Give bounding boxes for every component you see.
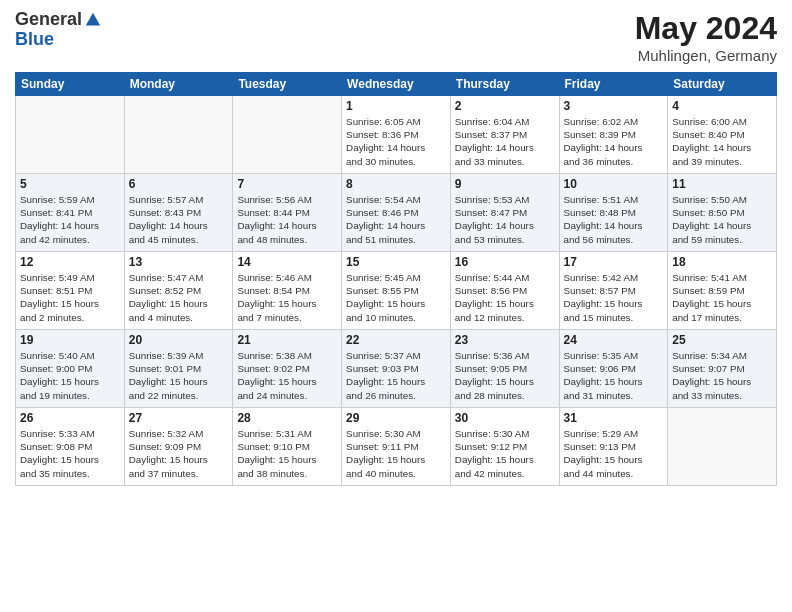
calendar-cell [16,96,125,174]
day-info: Sunrise: 5:30 AM Sunset: 9:11 PM Dayligh… [346,427,446,480]
page-container: General Blue May 2024 Muhlingen, Germany… [0,0,792,612]
location: Muhlingen, Germany [635,47,777,64]
calendar-cell: 11Sunrise: 5:50 AM Sunset: 8:50 PM Dayli… [668,174,777,252]
day-number: 12 [20,255,120,269]
calendar-cell: 20Sunrise: 5:39 AM Sunset: 9:01 PM Dayli… [124,330,233,408]
calendar-day-header: Saturday [668,73,777,96]
title-area: May 2024 Muhlingen, Germany [635,10,777,64]
day-number: 27 [129,411,229,425]
day-number: 7 [237,177,337,191]
logo-blue-text: Blue [15,29,54,49]
day-number: 8 [346,177,446,191]
day-info: Sunrise: 5:29 AM Sunset: 9:13 PM Dayligh… [564,427,664,480]
calendar-cell: 24Sunrise: 5:35 AM Sunset: 9:06 PM Dayli… [559,330,668,408]
day-info: Sunrise: 5:45 AM Sunset: 8:55 PM Dayligh… [346,271,446,324]
day-info: Sunrise: 5:56 AM Sunset: 8:44 PM Dayligh… [237,193,337,246]
day-info: Sunrise: 5:49 AM Sunset: 8:51 PM Dayligh… [20,271,120,324]
day-number: 25 [672,333,772,347]
calendar-cell: 3Sunrise: 6:02 AM Sunset: 8:39 PM Daylig… [559,96,668,174]
calendar-cell: 6Sunrise: 5:57 AM Sunset: 8:43 PM Daylig… [124,174,233,252]
calendar-week-row: 12Sunrise: 5:49 AM Sunset: 8:51 PM Dayli… [16,252,777,330]
calendar-cell: 13Sunrise: 5:47 AM Sunset: 8:52 PM Dayli… [124,252,233,330]
calendar-cell: 5Sunrise: 5:59 AM Sunset: 8:41 PM Daylig… [16,174,125,252]
day-info: Sunrise: 5:39 AM Sunset: 9:01 PM Dayligh… [129,349,229,402]
calendar-cell [668,408,777,486]
day-number: 23 [455,333,555,347]
calendar-cell: 23Sunrise: 5:36 AM Sunset: 9:05 PM Dayli… [450,330,559,408]
logo-general-text: General [15,10,82,30]
calendar-week-row: 1Sunrise: 6:05 AM Sunset: 8:36 PM Daylig… [16,96,777,174]
calendar-cell: 17Sunrise: 5:42 AM Sunset: 8:57 PM Dayli… [559,252,668,330]
day-number: 6 [129,177,229,191]
day-number: 22 [346,333,446,347]
day-number: 5 [20,177,120,191]
calendar-cell: 31Sunrise: 5:29 AM Sunset: 9:13 PM Dayli… [559,408,668,486]
calendar-day-header: Friday [559,73,668,96]
calendar-cell: 25Sunrise: 5:34 AM Sunset: 9:07 PM Dayli… [668,330,777,408]
calendar-cell: 21Sunrise: 5:38 AM Sunset: 9:02 PM Dayli… [233,330,342,408]
day-number: 19 [20,333,120,347]
day-info: Sunrise: 6:02 AM Sunset: 8:39 PM Dayligh… [564,115,664,168]
day-info: Sunrise: 5:50 AM Sunset: 8:50 PM Dayligh… [672,193,772,246]
calendar-day-header: Sunday [16,73,125,96]
calendar-day-header: Wednesday [342,73,451,96]
day-number: 24 [564,333,664,347]
day-info: Sunrise: 5:33 AM Sunset: 9:08 PM Dayligh… [20,427,120,480]
calendar-cell: 18Sunrise: 5:41 AM Sunset: 8:59 PM Dayli… [668,252,777,330]
day-info: Sunrise: 5:47 AM Sunset: 8:52 PM Dayligh… [129,271,229,324]
day-number: 21 [237,333,337,347]
calendar-cell: 2Sunrise: 6:04 AM Sunset: 8:37 PM Daylig… [450,96,559,174]
calendar-cell: 29Sunrise: 5:30 AM Sunset: 9:11 PM Dayli… [342,408,451,486]
day-info: Sunrise: 5:37 AM Sunset: 9:03 PM Dayligh… [346,349,446,402]
day-info: Sunrise: 5:36 AM Sunset: 9:05 PM Dayligh… [455,349,555,402]
calendar-cell: 28Sunrise: 5:31 AM Sunset: 9:10 PM Dayli… [233,408,342,486]
day-number: 4 [672,99,772,113]
day-number: 10 [564,177,664,191]
day-number: 9 [455,177,555,191]
calendar-cell: 22Sunrise: 5:37 AM Sunset: 9:03 PM Dayli… [342,330,451,408]
calendar-table: SundayMondayTuesdayWednesdayThursdayFrid… [15,72,777,486]
page-header: General Blue May 2024 Muhlingen, Germany [15,10,777,64]
day-info: Sunrise: 5:44 AM Sunset: 8:56 PM Dayligh… [455,271,555,324]
day-number: 28 [237,411,337,425]
calendar-cell: 4Sunrise: 6:00 AM Sunset: 8:40 PM Daylig… [668,96,777,174]
day-number: 13 [129,255,229,269]
calendar-week-row: 5Sunrise: 5:59 AM Sunset: 8:41 PM Daylig… [16,174,777,252]
day-number: 1 [346,99,446,113]
calendar-cell: 12Sunrise: 5:49 AM Sunset: 8:51 PM Dayli… [16,252,125,330]
day-info: Sunrise: 6:05 AM Sunset: 8:36 PM Dayligh… [346,115,446,168]
day-info: Sunrise: 5:41 AM Sunset: 8:59 PM Dayligh… [672,271,772,324]
day-number: 29 [346,411,446,425]
day-info: Sunrise: 5:31 AM Sunset: 9:10 PM Dayligh… [237,427,337,480]
day-number: 2 [455,99,555,113]
calendar-cell [233,96,342,174]
day-number: 16 [455,255,555,269]
svg-marker-0 [86,13,100,26]
calendar-cell: 15Sunrise: 5:45 AM Sunset: 8:55 PM Dayli… [342,252,451,330]
day-info: Sunrise: 5:53 AM Sunset: 8:47 PM Dayligh… [455,193,555,246]
month-title: May 2024 [635,10,777,47]
day-info: Sunrise: 5:51 AM Sunset: 8:48 PM Dayligh… [564,193,664,246]
calendar-cell [124,96,233,174]
calendar-cell: 7Sunrise: 5:56 AM Sunset: 8:44 PM Daylig… [233,174,342,252]
calendar-cell: 10Sunrise: 5:51 AM Sunset: 8:48 PM Dayli… [559,174,668,252]
day-number: 14 [237,255,337,269]
calendar-cell: 1Sunrise: 6:05 AM Sunset: 8:36 PM Daylig… [342,96,451,174]
day-info: Sunrise: 5:34 AM Sunset: 9:07 PM Dayligh… [672,349,772,402]
day-info: Sunrise: 5:42 AM Sunset: 8:57 PM Dayligh… [564,271,664,324]
day-number: 17 [564,255,664,269]
calendar-day-header: Thursday [450,73,559,96]
day-info: Sunrise: 5:40 AM Sunset: 9:00 PM Dayligh… [20,349,120,402]
calendar-cell: 19Sunrise: 5:40 AM Sunset: 9:00 PM Dayli… [16,330,125,408]
day-info: Sunrise: 5:59 AM Sunset: 8:41 PM Dayligh… [20,193,120,246]
day-info: Sunrise: 6:00 AM Sunset: 8:40 PM Dayligh… [672,115,772,168]
calendar-day-header: Tuesday [233,73,342,96]
logo-icon [84,11,102,29]
calendar-cell: 30Sunrise: 5:30 AM Sunset: 9:12 PM Dayli… [450,408,559,486]
calendar-cell: 26Sunrise: 5:33 AM Sunset: 9:08 PM Dayli… [16,408,125,486]
day-info: Sunrise: 5:30 AM Sunset: 9:12 PM Dayligh… [455,427,555,480]
calendar-week-row: 26Sunrise: 5:33 AM Sunset: 9:08 PM Dayli… [16,408,777,486]
day-number: 3 [564,99,664,113]
calendar-day-header: Monday [124,73,233,96]
day-info: Sunrise: 5:46 AM Sunset: 8:54 PM Dayligh… [237,271,337,324]
